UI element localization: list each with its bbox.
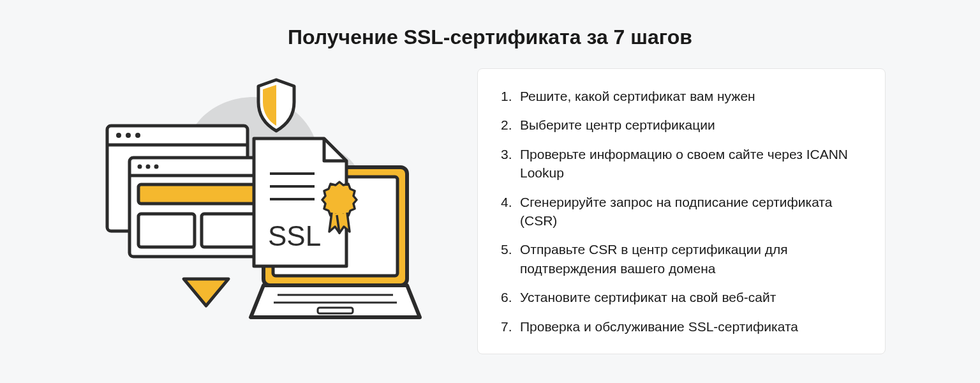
svg-rect-5 [130, 158, 267, 257]
svg-point-7 [138, 165, 142, 169]
list-item: Решите, какой сертификат вам нужен [501, 87, 862, 105]
svg-rect-10 [138, 184, 258, 204]
steps-card: Решите, какой сертификат вам нужен Выбер… [477, 68, 886, 354]
content-row: SSL Решите, какой сертификат вам нужен В… [38, 68, 942, 354]
ssl-certificate-icon: SSL [254, 139, 357, 266]
cursor-icon [184, 279, 228, 306]
browser-window-front-icon [130, 158, 267, 257]
list-item: Установите сертификат на свой веб-сайт [501, 288, 862, 306]
svg-point-8 [146, 165, 151, 169]
page-title: Получение SSL-сертификата за 7 шагов [288, 26, 692, 49]
list-item: Проверка и обслуживание SSL-сертификата [501, 317, 862, 336]
svg-point-9 [154, 165, 159, 169]
svg-point-2 [116, 133, 121, 138]
infographic-container: Получение SSL-сертификата за 7 шагов [0, 0, 980, 383]
list-item: Выберите центр сертификации [501, 116, 862, 134]
ssl-label: SSL [268, 220, 321, 252]
svg-point-3 [126, 133, 131, 138]
list-item: Проверьте информацию о своем сайте через… [501, 145, 862, 183]
steps-list: Решите, какой сертификат вам нужен Выбер… [501, 87, 862, 336]
svg-point-4 [135, 133, 140, 138]
list-item: Сгенерируйте запрос на подписание сертиф… [501, 193, 862, 230]
list-item: Отправьте CSR в центр сертификации для п… [501, 240, 862, 278]
ssl-illustration: SSL [94, 68, 426, 349]
